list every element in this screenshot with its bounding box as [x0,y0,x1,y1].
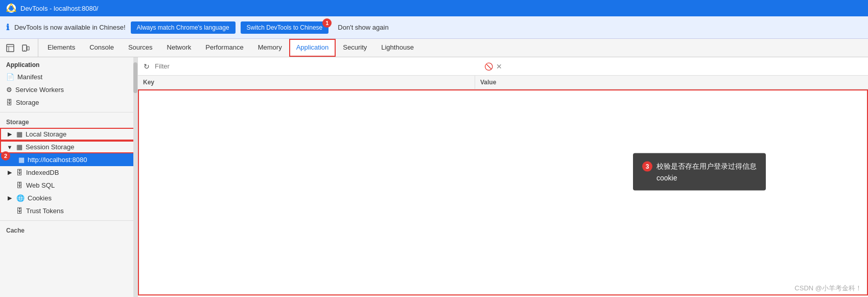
web-sql-icon: 🗄 [16,181,23,189]
local-storage-arrow: ▶ [6,131,13,138]
sidebar-manifest-label: Manifest [17,73,42,81]
device-icon-btn[interactable] [19,42,32,54]
tab-lighthouse[interactable]: Lighthouse [374,39,421,57]
sidebar-session-url-label: http://localhost:8080 [28,156,87,164]
sidebar-section-storage: Storage [0,116,137,128]
close-btn[interactable]: ✕ [496,62,502,71]
sidebar-storage-label: Storage [16,99,39,106]
sidebar-cookies-label: Cookies [28,194,52,202]
sidebar-trust-tokens-label: Trust Tokens [26,207,64,215]
tab-application-label: Application [296,43,329,51]
switch-devtools-btn[interactable]: Switch DevTools to Chinese 1 [241,21,329,34]
service-workers-icon: ⚙ [6,86,12,94]
manifest-icon: 📄 [6,73,14,81]
sidebar-item-service-workers[interactable]: ⚙ Service Workers [0,83,137,96]
title-bar: DevTools - localhost:8080/ [0,0,868,16]
sidebar-item-local-storage[interactable]: ▶ ▦ Local Storage [0,128,137,141]
divider-2 [0,220,137,221]
tab-elements-label: Elements [48,43,75,51]
table-body: 3校验是否存在用户登录过得信息 cookie [138,89,868,295]
filter-input[interactable] [154,62,481,71]
svg-point-7 [24,50,25,50]
table-area: Key Value 3校验是否存在用户登录过得信息 cookie [138,76,868,297]
col-value-header: Value [475,76,868,89]
title-bar-text: DevTools - localhost:8080/ [20,5,98,12]
refresh-btn[interactable]: ↻ [142,61,151,72]
sidebar-item-manifest[interactable]: 📄 Manifest [0,71,137,83]
col-key-header: Key [138,76,475,89]
sidebar-indexed-db-label: IndexedDB [26,169,59,176]
sidebar-item-cookies[interactable]: ▶ 🌐 Cookies [0,192,137,204]
tooltip-line1: 校验是否存在用户登录过得信息 [656,162,757,170]
tab-performance[interactable]: Performance [198,39,250,57]
always-match-btn[interactable]: Always match Chrome's language [131,21,236,34]
indexed-db-arrow: ▶ [6,169,13,176]
tooltip-badge: 3 [642,162,652,172]
sidebar-scrollbar[interactable] [133,57,137,297]
tab-lighthouse-label: Lighthouse [381,43,414,51]
sidebar-service-workers-label: Service Workers [15,86,64,94]
dont-show-btn[interactable]: Don't show again [334,21,392,34]
trust-tokens-icon: 🗄 [16,207,23,215]
red-outline-box [138,89,868,295]
tab-bar-icons [4,39,38,57]
sidebar-item-trust-tokens[interactable]: ▶ 🗄 Trust Tokens [0,204,137,217]
sidebar-section-cache: Cache [0,224,137,236]
cookies-arrow: ▶ [6,195,13,201]
cookies-icon: 🌐 [16,194,25,202]
badge-2: 2 [1,151,10,161]
tab-memory-label: Memory [258,43,282,51]
chrome-icon [6,3,16,13]
tooltip: 3校验是否存在用户登录过得信息 cookie [633,153,766,191]
tab-console[interactable]: Console [82,39,121,57]
tab-elements[interactable]: Elements [40,39,82,57]
tab-console-label: Console [89,43,114,51]
sidebar-item-storage[interactable]: 🗄 Storage [0,96,137,109]
svg-point-3 [10,7,13,10]
sidebar-item-indexed-db[interactable]: ▶ 🗄 IndexedDB [0,166,137,179]
indexed-db-icon: 🗄 [16,169,23,176]
no-entry-btn[interactable]: 🚫 [484,62,493,71]
table-header: Key Value [138,76,868,89]
sidebar-web-sql-label: Web SQL [26,181,55,189]
sidebar-item-session-storage[interactable]: ▼ ▦ Session Storage [0,141,137,153]
sidebar-session-storage-label: Session Storage [26,143,74,151]
info-icon: ℹ [6,22,9,32]
tab-security[interactable]: Security [336,39,374,57]
info-bar: ℹ DevTools is now available in Chinese! … [0,16,868,39]
inspect-icon-btn[interactable] [4,42,16,54]
tab-application[interactable]: Application [289,39,336,57]
tab-sources[interactable]: Sources [121,39,160,57]
sidebar-scroll-thumb [133,62,137,93]
sidebar-item-session-url[interactable]: ▦ http://localhost:8080 2 [0,153,137,166]
svg-rect-4 [7,44,14,52]
sidebar-section-application: Application [0,57,137,71]
info-message: DevTools is now available in Chinese! [14,24,126,31]
tooltip-line2: cookie [642,173,677,181]
session-storage-arrow: ▼ [6,144,13,150]
main-area: Application 📄 Manifest ⚙ Service Workers… [0,57,868,297]
watermark: CSDN @小羊考金科！ [794,284,862,293]
tab-network[interactable]: Network [160,39,199,57]
sidebar-local-storage-label: Local Storage [26,130,66,138]
tab-sources-label: Sources [128,43,153,51]
switch-btn-label: Switch DevTools to Chinese [247,24,323,31]
local-storage-grid-icon: ▦ [16,130,22,138]
tab-memory[interactable]: Memory [251,39,289,57]
session-storage-grid-icon: ▦ [16,143,22,151]
tab-network-label: Network [167,43,192,51]
sidebar: Application 📄 Manifest ⚙ Service Workers… [0,57,138,297]
sidebar-item-web-sql[interactable]: ▶ 🗄 Web SQL [0,179,137,192]
badge-1: 1 [322,18,332,28]
storage-icon: 🗄 [6,99,13,106]
filter-bar: ↻ 🚫 ✕ [138,57,868,76]
content-area: ↻ 🚫 ✕ Key Value 3校验是否存在用户登录过得信息 cookie [138,57,868,297]
divider-1 [0,112,137,112]
session-url-grid-icon: ▦ [18,156,25,164]
tab-security-label: Security [343,43,367,51]
tab-bar: Elements Console Sources Network Perform… [0,39,868,57]
svg-rect-6 [27,47,29,50]
tab-performance-label: Performance [205,43,243,51]
